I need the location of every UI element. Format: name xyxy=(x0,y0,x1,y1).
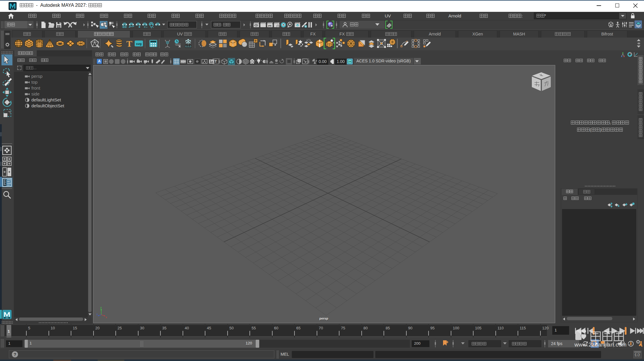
svg-text:T: T xyxy=(126,39,132,48)
svg-text:z: z xyxy=(96,313,98,316)
svg-text:svg: svg xyxy=(136,42,142,46)
svg-text:0,0,0: 0,0,0 xyxy=(185,45,191,48)
svg-text:y: y xyxy=(100,306,102,309)
svg-text:x: x xyxy=(106,316,107,319)
svg-text:AYA: AYA xyxy=(6,317,9,319)
svg-text:MAYA: MAYA xyxy=(11,9,14,10)
svg-text:IPR: IPR xyxy=(268,25,272,27)
